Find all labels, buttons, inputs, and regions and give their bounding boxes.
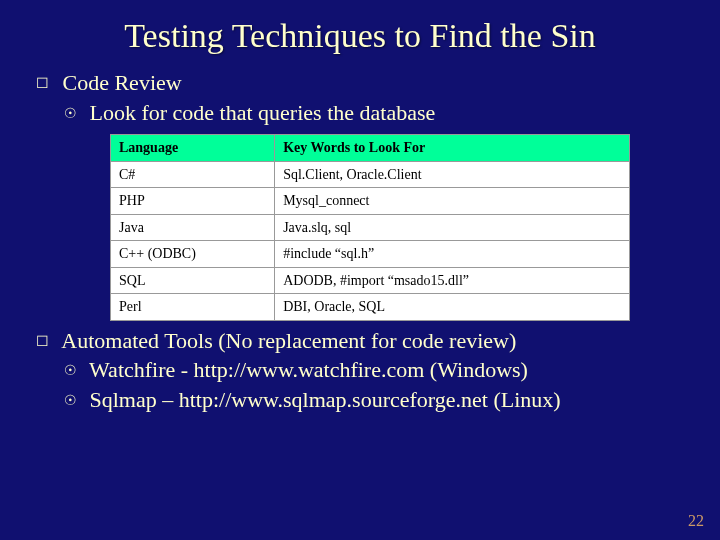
table-row: PHP Mysql_connect [111, 188, 630, 215]
slide-body: Code Review Look for code that queries t… [30, 69, 690, 413]
col-keywords: Key Words to Look For [275, 135, 630, 162]
table-row: Java Java.slq, sql [111, 214, 630, 241]
slide-title: Testing Techniques to Find the Sin [70, 16, 650, 55]
cell-key: #include “sql.h” [275, 241, 630, 268]
cell-key: ADODB, #import “msado15.dll” [275, 267, 630, 294]
cell-lang: Java [111, 214, 275, 241]
cell-lang: C# [111, 161, 275, 188]
table-row: Perl DBI, Oracle, SQL [111, 294, 630, 321]
table-header-row: Language Key Words to Look For [111, 135, 630, 162]
cell-key: DBI, Oracle, SQL [275, 294, 630, 321]
bullet-text: Look for code that queries the database [90, 100, 436, 125]
cell-lang: Perl [111, 294, 275, 321]
cell-lang: C++ (ODBC) [111, 241, 275, 268]
cell-key: Sql.Client, Oracle.Client [275, 161, 630, 188]
keywords-table: Language Key Words to Look For C# Sql.Cl… [110, 134, 630, 321]
subbullet-look-for-code: Look for code that queries the database [64, 99, 690, 127]
subbullet-watchfire: Watchfire - http://www.watchfire.com (Wi… [64, 356, 690, 384]
bullet-text: Watchfire - http://www.watchfire.com (Wi… [89, 357, 528, 382]
bullet-text: Code Review [63, 70, 182, 95]
col-language: Language [111, 135, 275, 162]
cell-lang: PHP [111, 188, 275, 215]
bullet-text: Sqlmap – http://www.sqlmap.sourceforge.n… [90, 387, 561, 412]
cell-key: Java.slq, sql [275, 214, 630, 241]
page-number: 22 [688, 512, 704, 530]
cell-key: Mysql_connect [275, 188, 630, 215]
table-row: C++ (ODBC) #include “sql.h” [111, 241, 630, 268]
slide: Testing Techniques to Find the Sin Code … [0, 0, 720, 540]
bullet-text: Automated Tools (No replacement for code… [61, 328, 516, 353]
subbullet-sqlmap: Sqlmap – http://www.sqlmap.sourceforge.n… [64, 386, 690, 414]
table-row: C# Sql.Client, Oracle.Client [111, 161, 630, 188]
cell-lang: SQL [111, 267, 275, 294]
table-row: SQL ADODB, #import “msado15.dll” [111, 267, 630, 294]
bullet-code-review: Code Review [36, 69, 690, 97]
bullet-automated-tools: Automated Tools (No replacement for code… [36, 327, 690, 355]
